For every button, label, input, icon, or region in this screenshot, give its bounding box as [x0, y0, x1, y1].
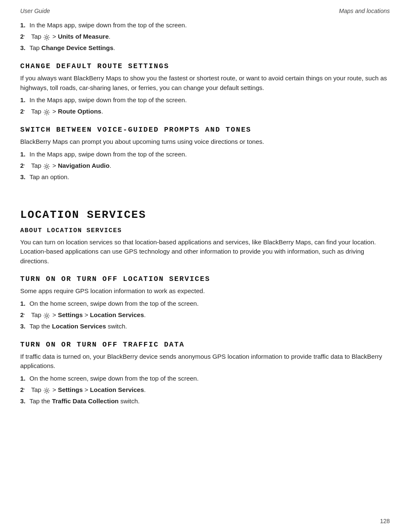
step-content: In the Maps app, swipe down from the top… [29, 149, 187, 159]
body-text: If you always want BlackBerry Maps to sh… [20, 74, 390, 93]
step-content: On the home screen, swipe down from the … [29, 373, 199, 384]
step-text-arrow: > [51, 108, 58, 115]
step-row: 2. Tap > Route Options. [20, 106, 390, 116]
step-text: In the Maps app, swipe down from the top… [29, 96, 187, 103]
steps-block: 1. In the Maps app, swipe down from the … [20, 149, 390, 182]
step-text-arrow: > [51, 33, 58, 40]
step-number: 1. [20, 21, 29, 29]
steps-block: 1. On the home screen, swipe down from t… [20, 373, 390, 406]
step-number: 2. [20, 161, 29, 169]
gear-icon [43, 163, 50, 169]
section-heading-large: SWITCH BETWEEN VOICE-GUIDED PROMPTS AND … [20, 126, 390, 134]
step-text-rest: Units of Measure. [58, 33, 110, 40]
step-text-rest: Route Options. [58, 108, 103, 115]
svg-point-0 [46, 37, 48, 39]
step-number-sup: . [24, 161, 25, 166]
step-text: On the home screen, swipe down from the … [29, 300, 199, 307]
step-content: On the home screen, swipe down from the … [29, 299, 199, 309]
step-text-rest: Settings > Location Services. [58, 311, 146, 318]
step-row: 1. In the Maps app, swipe down from the … [20, 149, 390, 159]
step-row: 3. Tap the Location Services switch. [20, 321, 390, 331]
step-content: In the Maps app, swipe down from the top… [29, 95, 187, 105]
header-bar: User Guide Maps and locations [20, 8, 390, 14]
step-content: Tap > Settings > Location Services. [29, 310, 146, 320]
step-text-arrow: > [51, 311, 58, 318]
gear-icon [43, 387, 50, 394]
steps-block: 1. In the Maps app, swipe down from the … [20, 95, 390, 116]
step-text-arrow: > [51, 162, 58, 169]
section-heading-medium: ABOUT LOCATION SERVICES [20, 227, 390, 234]
step-number: 2. [20, 386, 29, 393]
step-content: Tap the Traffic Data Collection switch. [29, 396, 140, 406]
page-number: 128 [380, 518, 390, 524]
section-heading-large: TURN ON OR TURN OFF LOCATION SERVICES [20, 275, 390, 283]
step-number: 1. [20, 375, 29, 382]
step-number-sup: . [24, 310, 25, 315]
body-text: Some apps require GPS location informati… [20, 286, 390, 296]
steps-block: 1. On the home screen, swipe down from t… [20, 299, 390, 331]
step-text-tap: Tap [31, 162, 43, 169]
body-text: If traffic data is turned on, your Black… [20, 352, 390, 371]
step-number: 1. [20, 96, 29, 103]
step-text: Tap the Location Services switch. [29, 323, 127, 330]
step-number-sup: . [24, 107, 25, 112]
step-number: 2. [20, 107, 29, 115]
step-text-tap: Tap [31, 33, 43, 40]
step-row: 3. Tap the Traffic Data Collection switc… [20, 396, 390, 406]
step-text: Tap Change Device Settings. [29, 44, 115, 51]
gear-icon [43, 109, 50, 115]
section-heading-large: CHANGE DEFAULT ROUTE SETTINGS [20, 62, 390, 70]
page-wrapper: User Guide Maps and locations 1. In the … [0, 0, 410, 532]
step-text: On the home screen, swipe down from the … [29, 375, 199, 382]
svg-point-2 [46, 165, 48, 167]
section-heading-large: LOCATION SERVICES [20, 209, 390, 221]
content-area: 1. In the Maps app, swipe down from the … [20, 20, 390, 406]
svg-point-4 [46, 389, 48, 392]
step-row: 3. Tap Change Device Settings. [20, 43, 390, 53]
step-text-tap: Tap [31, 108, 43, 115]
step-content: Tap > Settings > Location Services. [29, 385, 146, 395]
step-text-tap: Tap [31, 311, 43, 318]
step-row: 1. On the home screen, swipe down from t… [20, 373, 390, 384]
step-row: 1. In the Maps app, swipe down from the … [20, 95, 390, 105]
step-row: 2. Tap > Settings > Location Services. [20, 385, 390, 395]
step-text-rest: Navigation Audio. [58, 162, 111, 169]
step-content: In the Maps app, swipe down from the top… [29, 20, 187, 30]
step-number: 3. [20, 397, 29, 405]
step-row: 2. Tap > Navigation Audio. [20, 161, 390, 171]
step-row: 2. Tap > Settings > Location Services. [20, 310, 390, 320]
step-number: 1. [20, 151, 29, 158]
step-number: 2. [20, 32, 29, 40]
section-divider [20, 183, 390, 195]
step-number-sup: . [24, 385, 25, 390]
step-content: Tap > Navigation Audio. [29, 161, 111, 171]
step-content: Tap > Units of Measure. [29, 32, 110, 42]
step-content: Tap > Route Options. [29, 106, 103, 116]
header-left: User Guide [20, 8, 50, 14]
step-text: In the Maps app, swipe down from the top… [29, 21, 187, 29]
body-text: BlackBerry Maps can prompt you about upc… [20, 137, 390, 147]
svg-point-3 [46, 315, 48, 317]
step-row: 3. Tap an option. [20, 172, 390, 182]
step-row: 1. In the Maps app, swipe down from the … [20, 20, 390, 30]
step-text-tap: Tap [31, 386, 43, 393]
step-number: 3. [20, 323, 29, 330]
step-number: 3. [20, 44, 29, 51]
step-number: 3. [20, 173, 29, 180]
header-right: Maps and locations [339, 8, 390, 14]
step-number-sup: . [24, 32, 25, 37]
step-text: Tap an option. [29, 173, 69, 180]
step-text: In the Maps app, swipe down from the top… [29, 151, 187, 158]
step-row: 1. On the home screen, swipe down from t… [20, 299, 390, 309]
step-content: Tap the Location Services switch. [29, 321, 127, 331]
step-row: 2. Tap > Units of Measure. [20, 32, 390, 42]
gear-icon [43, 312, 50, 319]
step-number: 1. [20, 300, 29, 307]
svg-point-1 [46, 111, 48, 114]
step-content: Tap Change Device Settings. [29, 43, 115, 53]
gear-icon [43, 34, 50, 40]
step-content: Tap an option. [29, 172, 69, 182]
step-text-arrow: > [51, 386, 58, 393]
step-number: 2. [20, 311, 29, 318]
body-text: You can turn on location services so tha… [20, 238, 390, 266]
